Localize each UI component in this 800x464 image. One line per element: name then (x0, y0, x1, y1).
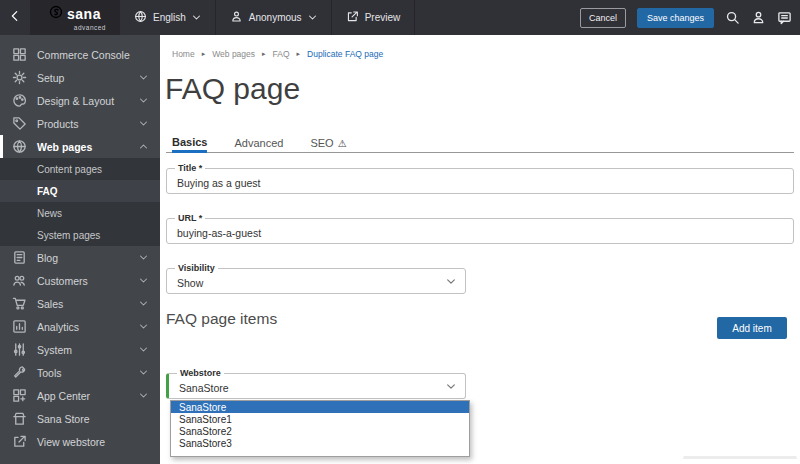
webstore-select[interactable]: Webstore SanaStore (166, 373, 466, 399)
sidebar-item-label: Blog (37, 252, 139, 264)
chevron-down-icon (139, 323, 148, 330)
sidebar-item-commerce-console[interactable]: Commerce Console (0, 43, 160, 66)
submenu-item-faq[interactable]: FAQ (0, 180, 160, 202)
sana-logo[interactable]: sana advanced (30, 0, 120, 35)
sidebar-item-setup[interactable]: Setup (0, 66, 160, 89)
chevron-down-icon (139, 300, 148, 307)
add-item-button[interactable]: Add item (717, 317, 787, 339)
url-field-label: URL * (175, 213, 205, 223)
warning-icon: ⚠ (338, 138, 347, 149)
globe-icon (134, 10, 147, 25)
title-field-value: Buying as a guest (177, 177, 260, 189)
language-selector[interactable]: English (120, 0, 216, 35)
title-field[interactable]: Title * Buying as a guest (166, 168, 794, 194)
breadcrumb-separator-icon: ▸ (202, 50, 206, 58)
storefront-icon (12, 411, 28, 426)
url-field-value: buying-as-a-guest (177, 227, 261, 239)
sidebar-item-label: Sales (37, 298, 139, 310)
sidebar-item-label: View webstore (37, 436, 148, 448)
submenu-item-content-pages[interactable]: Content pages (0, 158, 160, 180)
sidebar-item-label: App Center (37, 390, 139, 402)
chevron-down-icon (192, 12, 201, 23)
chevron-down-icon (139, 346, 148, 353)
visibility-select[interactable]: Visibility Show (166, 268, 466, 294)
sidebar-item-products[interactable]: Products (0, 112, 160, 135)
preview-label: Preview (365, 12, 401, 23)
sidebar-item-label: Setup (37, 72, 139, 84)
submenu-item-system-pages[interactable]: System pages (0, 224, 160, 246)
chevron-down-icon (308, 12, 317, 23)
cart-icon (12, 296, 28, 311)
webstore-option[interactable]: SanaStore3 (171, 437, 469, 449)
chevron-left-icon (8, 9, 22, 27)
palette-icon (12, 93, 28, 108)
sliders-icon (12, 342, 28, 357)
sidebar-item-view-webstore[interactable]: View webstore (0, 430, 160, 453)
topbar: sana advanced English Anonymous (0, 0, 800, 35)
tab-advanced[interactable]: Advanced (234, 133, 283, 153)
sidebar-item-analytics[interactable]: Analytics (0, 315, 160, 338)
main-content: Home ▸ Web pages ▸ FAQ ▸ Duplicate FAQ p… (160, 35, 800, 464)
topbar-actions: Cancel Save changes (580, 0, 792, 35)
url-field[interactable]: URL * buying-as-a-guest (166, 218, 794, 244)
page-title: FAQ page (165, 72, 300, 106)
back-button[interactable] (0, 0, 30, 35)
webstore-select-label: Webstore (177, 368, 224, 378)
tab-basics[interactable]: Basics (172, 133, 207, 153)
chevron-down-icon (446, 383, 456, 390)
sidebar-item-sales[interactable]: Sales (0, 292, 160, 315)
search-icon[interactable] (725, 10, 740, 25)
breadcrumb-web-pages[interactable]: Web pages (212, 49, 255, 59)
preview-button[interactable]: Preview (332, 0, 416, 35)
tab-seo[interactable]: SEO ⚠ (310, 133, 346, 153)
tab-advanced-label: Advanced (234, 137, 283, 149)
chevron-down-icon (139, 369, 148, 376)
cancel-button[interactable]: Cancel (580, 8, 626, 28)
breadcrumb-current[interactable]: Duplicate FAQ page (307, 49, 383, 59)
tab-basics-label: Basics (172, 136, 207, 148)
sidebar-item-tools[interactable]: Tools (0, 361, 160, 384)
external-link-icon (12, 434, 28, 449)
feedback-chat-icon[interactable] (777, 10, 792, 25)
sidebar-item-sana-store[interactable]: Sana Store (0, 407, 160, 430)
bar-chart-icon (12, 319, 28, 334)
user-menu[interactable]: Anonymous (216, 0, 332, 35)
dashboard-icon (12, 47, 28, 62)
breadcrumb-faq[interactable]: FAQ (273, 49, 290, 59)
sidebar-item-label: Commerce Console (37, 49, 148, 61)
webstore-option[interactable]: SanaStore1 (171, 413, 469, 425)
breadcrumb: Home ▸ Web pages ▸ FAQ ▸ Duplicate FAQ p… (172, 49, 383, 59)
webstore-option[interactable]: SanaStore (171, 401, 469, 413)
sidebar-item-web-pages[interactable]: Web pages (0, 135, 160, 158)
chevron-down-icon (139, 277, 148, 284)
sidebar-item-customers[interactable]: Customers (0, 269, 160, 292)
wrench-icon (12, 365, 28, 380)
sidebar-item-app-center[interactable]: App Center (0, 384, 160, 407)
tag-icon (12, 116, 28, 131)
breadcrumb-home[interactable]: Home (172, 49, 195, 59)
horizontal-scrollbar[interactable] (683, 456, 797, 459)
sidebar-item-label: Web pages (37, 141, 139, 153)
account-icon[interactable] (751, 10, 766, 25)
web-globe-icon (12, 139, 28, 154)
webstore-select-value: SanaStore (179, 382, 229, 394)
brand-subtext: advanced (74, 24, 106, 31)
sidebar-item-label: System (37, 344, 139, 356)
submenu-item-news[interactable]: News (0, 202, 160, 224)
webstore-option[interactable]: SanaStore2 (171, 425, 469, 437)
save-changes-button[interactable]: Save changes (637, 8, 714, 28)
sidebar-item-label: Products (37, 118, 139, 130)
tab-bar: Basics Advanced SEO ⚠ (166, 133, 794, 153)
language-label: English (153, 12, 186, 23)
sidebar-item-blog[interactable]: Blog (0, 246, 160, 269)
sidebar-nav: Commerce Console Setup Design & Layout (0, 35, 160, 464)
sidebar-item-system[interactable]: System (0, 338, 160, 361)
user-label: Anonymous (249, 12, 302, 23)
sidebar-item-label: Sana Store (37, 413, 148, 425)
sidebar-item-label: Design & Layout (37, 95, 139, 107)
apps-plus-icon (12, 388, 28, 403)
sidebar-item-design-layout[interactable]: Design & Layout (0, 89, 160, 112)
faq-items-heading: FAQ page items (166, 310, 277, 328)
chevron-down-icon (139, 74, 148, 81)
webstore-dropdown-list: SanaStore SanaStore1 SanaStore2 SanaStor… (170, 400, 470, 457)
